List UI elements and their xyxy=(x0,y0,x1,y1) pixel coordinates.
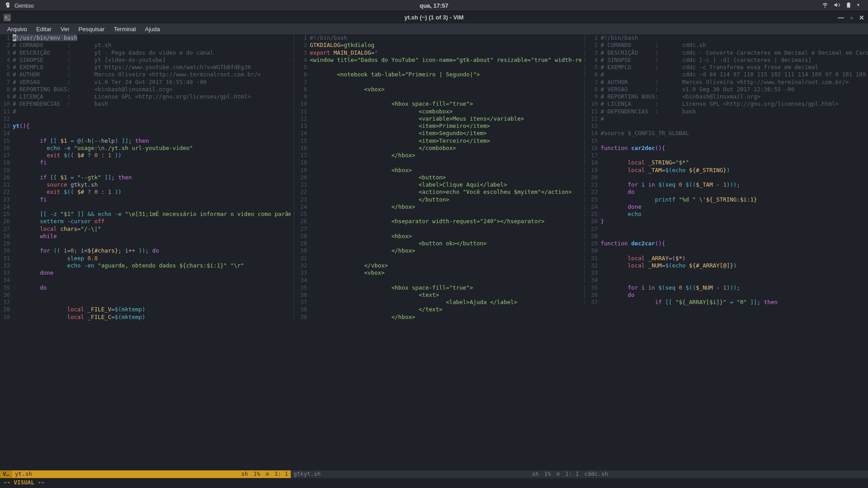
code-line[interactable]: 1#!/usr/bin/env bash xyxy=(0,34,291,42)
code-line[interactable]: |31 local _ARRAY=($*) xyxy=(581,255,868,262)
code-line[interactable]: |11# DEPENDENCIAS : bash xyxy=(581,108,868,115)
code-line[interactable]: |24 </hbox> xyxy=(291,203,581,211)
code-line[interactable]: 29 xyxy=(0,240,291,247)
window-minimize-button[interactable]: — xyxy=(838,14,844,21)
vim-pane-3[interactable]: |1#!/bin/bash|2# COMANDO : cddc.sh|3# DE… xyxy=(581,34,868,478)
code-line[interactable]: 16 echo -e "usage:\n./yt.sh url-youtube-… xyxy=(0,145,291,152)
menu-terminal[interactable]: Terminal xyxy=(110,25,139,33)
code-line[interactable]: 12 xyxy=(0,115,291,122)
code-line[interactable]: |6# cddc -d 84 114 97 110 115 102 111 11… xyxy=(581,71,868,78)
code-line[interactable]: 24 xyxy=(0,203,291,211)
code-line[interactable]: |14#source $_CONFIG_TR_GLOBAL xyxy=(581,130,868,137)
code-line[interactable]: 36 xyxy=(0,291,291,299)
code-line[interactable]: 9# LICENÇA : License GPL <http://gnu.org… xyxy=(0,93,291,100)
code-line[interactable]: |37 if [[ "${_ARRAY[$i]}" = "0" ]]; then xyxy=(581,299,868,306)
code-line[interactable]: |30 </hbox> xyxy=(291,247,581,254)
menu-pesquisar[interactable]: Pesquisar xyxy=(75,25,108,33)
vim-editor[interactable]: 1#!/usr/bin/env bash2# COMANDO : yt.sh3#… xyxy=(0,34,868,478)
code-line[interactable]: |9# REPORTING BUGS: <binbash@linuxmail.o… xyxy=(581,93,868,100)
code-line[interactable]: |15 xyxy=(581,137,868,145)
code-line[interactable]: |27 xyxy=(291,225,581,233)
code-line[interactable]: |3# DESCRIÇÃO : cddc - Converte Caracter… xyxy=(581,49,868,56)
code-line[interactable]: 25 [[ -z "$1" ]] && echo -e "\e[31;1mÉ n… xyxy=(0,211,291,218)
code-line[interactable]: 35 do xyxy=(0,284,291,291)
clock[interactable]: qua, 17:57 xyxy=(420,2,448,9)
code-line[interactable]: |28 <hbox> xyxy=(291,233,581,240)
code-line[interactable]: |18 local _STRING="$*" xyxy=(581,159,868,166)
code-line[interactable]: |1#!/bin/bash xyxy=(581,34,868,42)
code-line[interactable]: |34 xyxy=(291,277,581,284)
code-line[interactable]: |25 echo xyxy=(581,211,868,218)
code-line[interactable]: |19 local _TAM=$(echo ${#_STRING}) xyxy=(581,167,868,174)
code-line[interactable]: |26 <hseparator width-request="240"></hs… xyxy=(291,218,581,225)
code-line[interactable]: 30 for (( i=0; i<${#chars}; i++ )); do xyxy=(0,247,291,254)
code-line[interactable]: |8# VERSAO : v1.0 Seg 30 Out 2017 12:36:… xyxy=(581,86,868,93)
code-line[interactable]: |17 </hbox> xyxy=(291,152,581,159)
menu-ajuda[interactable]: Ajuda xyxy=(142,25,164,33)
code-line[interactable]: 27 local chars="/-\|" xyxy=(0,225,291,233)
code-line[interactable]: |2GTKDIALOG=gtkdialog xyxy=(291,42,581,49)
code-line[interactable]: |29 <button ok></button> xyxy=(291,240,581,247)
code-line[interactable]: |24 done xyxy=(581,203,868,211)
code-line[interactable]: 5# EXEMPLO : yt https://www.youtube.com/… xyxy=(0,64,291,71)
code-line[interactable]: |33 xyxy=(581,269,868,277)
code-line[interactable]: 32 echo -en "aguarde, obtendo dados ${ch… xyxy=(0,262,291,269)
code-line[interactable]: 19 xyxy=(0,167,291,174)
code-line[interactable]: |35 <hbox space-fill="true"> xyxy=(291,284,581,291)
code-line[interactable]: 22 exit $(( $# ? 0 : 1 )) xyxy=(0,188,291,196)
battery-icon[interactable] xyxy=(845,2,852,9)
vim-pane-2[interactable]: |1#!/bin/bash|2GTKDIALOG=gtkdialog|3expo… xyxy=(291,34,581,478)
code-line[interactable]: |20 xyxy=(581,174,868,181)
code-line[interactable]: |10 <hbox space-fill="true"> xyxy=(291,100,581,108)
code-line[interactable]: |8 <vbox> xyxy=(291,86,581,93)
code-line[interactable]: |14 <item>Segundo</item> xyxy=(291,130,581,137)
code-line[interactable]: |12# xyxy=(581,115,868,122)
menu-editar[interactable]: Editar xyxy=(33,25,55,33)
code-line[interactable]: 39 local _FILE_C=$(mktemp) xyxy=(0,314,291,321)
code-line[interactable]: |13 xyxy=(581,122,868,130)
code-line[interactable]: 15 if [[ $1 = @(-h|--help) ]]; then xyxy=(0,137,291,145)
code-line[interactable]: |7# AUTHOR : Marcos Oliveira <http://www… xyxy=(581,79,868,86)
code-line[interactable]: |15 <item>Terceiro</item> xyxy=(291,137,581,145)
window-maximize-button[interactable]: ▫ xyxy=(850,14,853,21)
code-line[interactable]: |35 for i in $(seq 0 $(($_NUM - 1))); xyxy=(581,284,868,291)
code-line[interactable]: 20 if [[ $1 = "--gtk" ]]; then xyxy=(0,174,291,181)
code-line[interactable]: 11# xyxy=(0,108,291,115)
code-line[interactable]: 6# AUTHOR : Marcos Oliveira <http://www.… xyxy=(0,71,291,78)
code-line[interactable]: 34 xyxy=(0,277,291,284)
code-line[interactable]: |18 xyxy=(291,159,581,166)
menu-ver[interactable]: Ver xyxy=(57,25,73,33)
code-line[interactable]: |4<window title="Dados do YouTube" icon-… xyxy=(291,56,581,64)
code-line[interactable]: |5 xyxy=(291,64,581,71)
code-line[interactable]: |26} xyxy=(581,218,868,225)
code-line[interactable]: 28 while xyxy=(0,233,291,240)
code-line[interactable]: |30 xyxy=(581,247,868,254)
code-line[interactable]: |34 xyxy=(581,277,868,284)
code-line[interactable]: 26 setterm -cursor off xyxy=(0,218,291,225)
code-line[interactable]: |16 </combobox> xyxy=(291,145,581,152)
code-line[interactable]: |4# SINOPSE : cddc [-c | -d] [caracteres… xyxy=(581,56,868,64)
code-line[interactable]: |33 <vbox> xyxy=(291,269,581,277)
code-line[interactable]: |28 xyxy=(581,233,868,240)
code-line[interactable]: |3export MAIN_DIALOG=' xyxy=(291,49,581,56)
code-line[interactable]: |36 do xyxy=(581,291,868,299)
code-line[interactable]: |11 <combobox> xyxy=(291,108,581,115)
code-line[interactable]: 10# DEPENDENCIAS : bash xyxy=(0,100,291,108)
code-line[interactable]: 2# COMANDO : yt.sh xyxy=(0,42,291,49)
code-line[interactable]: |17 xyxy=(581,152,868,159)
code-line[interactable]: |29function dec2car(){ xyxy=(581,240,868,247)
code-line[interactable]: |23 printf "%d " \'${_STRING:$i:1} xyxy=(581,196,868,203)
code-line[interactable]: 31 sleep 0.8 xyxy=(0,255,291,262)
code-line[interactable]: 13yt(){ xyxy=(0,122,291,130)
code-line[interactable]: |36 <text> xyxy=(291,291,581,299)
code-line[interactable]: |10# LICENÇA : License GPL <http://gnu.o… xyxy=(581,100,868,108)
code-line[interactable]: |22 <action>echo "Você escolheu $myitem"… xyxy=(291,188,581,196)
system-menu-chevron-icon[interactable]: ▾ xyxy=(857,2,863,9)
code-line[interactable]: |22 do xyxy=(581,188,868,196)
code-line[interactable]: |2# COMANDO : cddc.sh xyxy=(581,42,868,49)
code-line[interactable]: |5# EXEMPLO : cddc -c Transforma essa fr… xyxy=(581,64,868,71)
code-line[interactable]: |13 <item>Primeiro</item> xyxy=(291,122,581,130)
vim-command-line[interactable]: -- VISUAL -- xyxy=(0,478,868,488)
code-line[interactable]: |1#!/bin/bash xyxy=(291,34,581,42)
volume-icon[interactable] xyxy=(834,2,840,9)
